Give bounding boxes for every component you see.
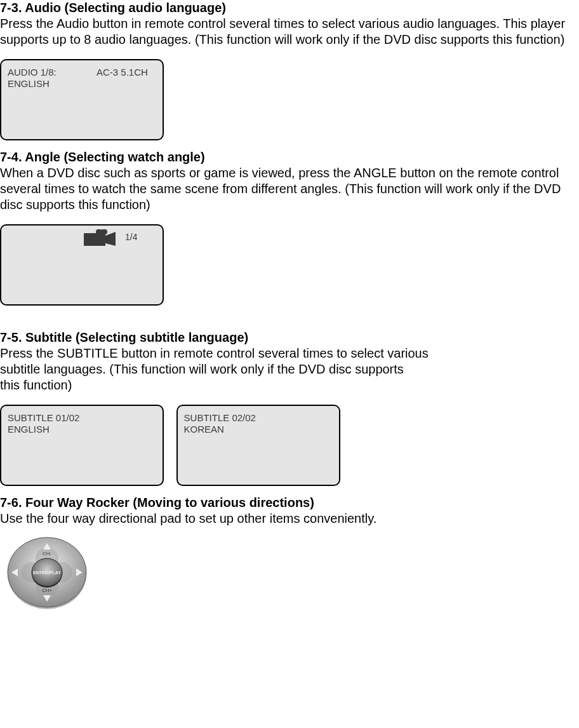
- paragraph-7-6: Use the four way directional pad to set …: [0, 511, 579, 527]
- osd-subtitle1-language: ENGLISH: [8, 424, 50, 436]
- svg-rect-0: [84, 233, 105, 246]
- heading-7-6: 7-6. Four Way Rocker (Moving to various …: [0, 495, 579, 511]
- osd-audio-language: ENGLISH: [8, 78, 50, 90]
- osd-screen-audio: AUDIO 1/8: AC-3 5.1CH ENGLISH: [0, 59, 164, 140]
- osd-audio-codec: AC-3 5.1CH: [96, 67, 148, 79]
- osd-subtitle2-language: KOREAN: [184, 424, 224, 436]
- paragraph-7-5-line1: Press the SUBTITLE button in remote cont…: [0, 346, 579, 361]
- osd-subtitle2-index: SUBTITLE 02/02: [184, 412, 256, 424]
- paragraph-7-5-line3: this function): [0, 377, 579, 393]
- osd-screen-subtitle-2: SUBTITLE 02/02 KOREAN: [176, 405, 340, 486]
- osd-angle-index: 1/4: [125, 232, 137, 243]
- osd-screen-angle: 1/4: [0, 224, 164, 306]
- rocker-center-label: ENTER/PLAY: [33, 570, 61, 575]
- rocker-label-bottom: CH+: [42, 588, 53, 593]
- heading-7-3: 7-3. Audio (Selecting audio language): [0, 0, 579, 16]
- camera-icon: [84, 229, 119, 252]
- osd-audio-index: AUDIO 1/8:: [8, 67, 57, 79]
- rocker-label-top: CH-: [43, 551, 52, 556]
- osd-subtitle1-index: SUBTITLE 01/02: [8, 412, 79, 424]
- paragraph-7-5-line2: subtitle languages. (This function will …: [0, 361, 579, 377]
- osd-screen-subtitle-1: SUBTITLE 01/02 ENGLISH: [0, 405, 164, 486]
- heading-7-4: 7-4. Angle (Selecting watch angle): [0, 149, 579, 165]
- svg-marker-3: [105, 232, 116, 246]
- heading-7-5: 7-5. Subtitle (Selecting subtitle langua…: [0, 330, 579, 346]
- paragraph-7-4: When a DVD disc such as sports or game i…: [0, 165, 579, 213]
- four-way-rocker-image: CH- CH+ ENTER/PLAY: [3, 534, 579, 614]
- paragraph-7-3: Press the Audio button in remote control…: [0, 16, 579, 48]
